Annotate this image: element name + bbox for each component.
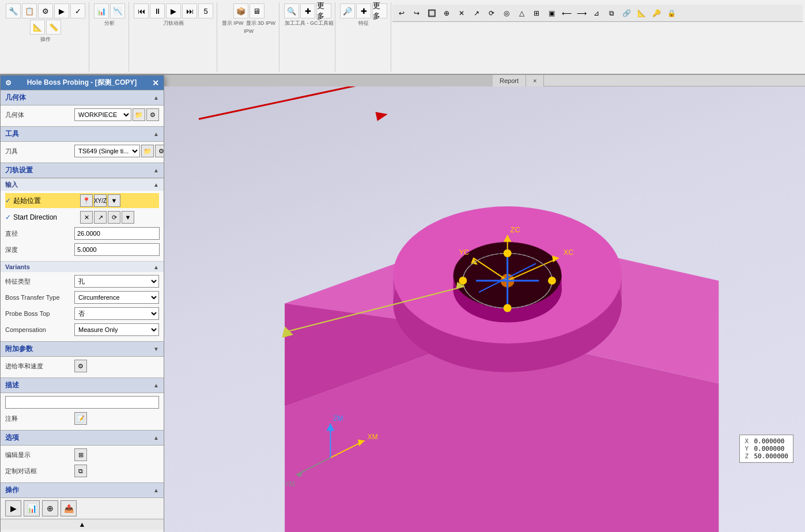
gc-icon-1[interactable]: 🔍 [284, 3, 299, 18]
start-dir-btn-4[interactable]: ▼ [122, 211, 134, 224]
edit-display-btn[interactable]: ⊞ [74, 448, 87, 461]
sec-icon-4[interactable]: ⊕ [440, 6, 453, 20]
toolbar-group-label-ops: 操作 [40, 36, 51, 43]
note-btn[interactable]: 📝 [74, 412, 87, 425]
top-toolbar: 🔧 📋 ⚙ ▶ ✓ 📐 📏 操作 📊 📉 分析 ⏮ ⏸ ▶ ⏭ 5 刀轨动画 [0, 0, 805, 75]
sec-icon-13[interactable]: ⟶ [575, 6, 588, 20]
toolbar-icon-5[interactable]: 📐 [30, 20, 45, 35]
sec-icon-18[interactable]: 🔑 [649, 6, 663, 20]
3d-viewport[interactable]: XC YC ZC [164, 86, 805, 532]
sec-icon-7[interactable]: ⟳ [485, 6, 498, 20]
sec-icon-12[interactable]: ⟵ [560, 6, 573, 20]
start-dir-btn-3[interactable]: ⟳ [108, 211, 120, 224]
boss-transfer-label: Boss Transfer Type [5, 294, 74, 301]
depth-input[interactable] [74, 243, 160, 256]
custom-dialog-btn[interactable]: ⧉ [74, 465, 87, 477]
subsection-input[interactable]: 输入 ▲ [1, 178, 164, 191]
feature-more[interactable]: 更多 [372, 3, 387, 18]
toolbar-icon-2[interactable]: 📋 [22, 3, 37, 18]
tool-btn-2[interactable]: ⚙ [155, 145, 164, 157]
tool-select[interactable]: TS649 (Single ti... [74, 145, 140, 157]
operations-btns: ▶ 📊 ⊕ 📤 [1, 498, 164, 519]
dialog-title-icon: ⚙ [5, 79, 12, 87]
sec-icon-19[interactable]: 🔒 [664, 6, 678, 20]
coords-x-value: 0.000000 [754, 437, 784, 445]
sec-icon-10[interactable]: ⊞ [530, 6, 543, 20]
sec-icon-14[interactable]: ⊿ [589, 6, 603, 20]
section-desc[interactable]: 描述 ▲ [1, 378, 164, 393]
anim-next[interactable]: ⏭ [182, 3, 197, 18]
sec-icon-11[interactable]: ▣ [545, 6, 558, 20]
variants-form: 特征类型 孔 Boss Transfer Type Circumference … [1, 272, 164, 341]
geometry-btn-2[interactable]: ⚙ [146, 108, 159, 121]
geometry-select[interactable]: WORKPIECE [74, 108, 131, 121]
desc-input[interactable] [5, 396, 159, 409]
coords-y-value: 0.000000 [754, 445, 784, 452]
tb-analysis-2[interactable]: 📉 [110, 3, 125, 18]
tb-analysis-1[interactable]: 📊 [94, 3, 109, 18]
sec-icon-5[interactable]: ✕ [455, 6, 468, 20]
section-extra[interactable]: 附加参数 ▼ [1, 341, 164, 357]
sec-icon-3[interactable]: 🔲 [425, 6, 439, 20]
start-pos-btn-3[interactable]: ▼ [108, 194, 120, 207]
anim-prev[interactable]: ⏮ [134, 3, 149, 18]
section-geometry[interactable]: 几何体 ▲ [1, 90, 164, 105]
sec-icon-9[interactable]: △ [515, 6, 528, 20]
coords-z-value: 50.000000 [754, 452, 788, 460]
start-dir-check: ✓ [5, 213, 11, 221]
start-dir-btn-x[interactable]: ✕ [80, 211, 93, 224]
sec-icon-2[interactable]: ↪ [410, 6, 424, 20]
start-pos-btn-1[interactable]: 📍 [80, 194, 93, 207]
section-operations[interactable]: 操作 ▲ [1, 482, 164, 498]
anim-speed[interactable]: 5 [198, 3, 213, 18]
compensation-select[interactable]: Measure Only [74, 323, 159, 336]
gc-icon-2[interactable]: ✚ [300, 3, 315, 18]
diameter-input[interactable] [74, 227, 160, 240]
sec-icon-17[interactable]: 📐 [634, 6, 648, 20]
probe-boss-select[interactable]: 否 [74, 307, 159, 320]
feature-type-select[interactable]: 孔 [74, 275, 159, 288]
scroll-up[interactable]: ▲ [1, 519, 164, 530]
toolbar-icon-6[interactable]: 📏 [46, 20, 61, 35]
sec-icon-1[interactable]: ↩ [395, 6, 409, 20]
section-desc-arrow: ▲ [153, 382, 159, 388]
sec-icon-16[interactable]: 🔗 [619, 6, 633, 20]
feature-add[interactable]: ✚ [356, 3, 371, 18]
section-options[interactable]: 选项 ▲ [1, 430, 164, 446]
extra-form: 进给率和速度 ⚙ [1, 357, 164, 378]
op-simulate-btn[interactable]: ⊕ [42, 500, 58, 516]
op-generate-btn[interactable]: ▶ [5, 500, 21, 516]
toolbar-icon-4[interactable]: ▶ [54, 3, 69, 18]
subsection-variants[interactable]: Variants ▲ [1, 261, 164, 272]
dialog-title-text: Hole Boss Probing - [探测_COPY] [27, 78, 137, 88]
toolbar-icon-3[interactable]: ⚙ [38, 3, 53, 18]
sec-icon-15[interactable]: ⧉ [604, 6, 618, 20]
ipw-3d[interactable]: 🖥 [250, 3, 264, 18]
anim-stop[interactable]: ⏸ [150, 3, 165, 18]
start-position-row: ✓ 起始位置 📍 XY/Z ▼ [5, 193, 159, 208]
anim-play[interactable]: ▶ [166, 3, 181, 18]
geometry-label: 几何体 [5, 111, 74, 119]
start-pos-btn-2[interactable]: XY/Z [94, 194, 107, 207]
dialog-close-btn[interactable]: ✕ [152, 78, 159, 88]
section-path[interactable]: 刀轨设置 ▲ [1, 163, 164, 178]
toolbar-icon-confirm[interactable]: ✓ [70, 3, 85, 18]
boss-transfer-select[interactable]: Circumference [74, 291, 159, 304]
op-verify-btn[interactable]: 📊 [24, 500, 40, 516]
op-post-btn[interactable]: 📤 [61, 500, 77, 516]
tool-btn-1[interactable]: 📁 [141, 145, 154, 157]
tab-report[interactable]: Report [493, 75, 526, 86]
sec-icon-8[interactable]: ◎ [500, 6, 513, 20]
feature-search[interactable]: 🔎 [340, 3, 355, 18]
ipw-show[interactable]: 📦 [233, 3, 248, 18]
feed-btn[interactable]: ⚙ [74, 360, 87, 372]
probe-bottom [504, 304, 512, 312]
section-tool[interactable]: 工具 ▲ [1, 126, 164, 142]
tab-close[interactable]: × [526, 75, 544, 86]
start-dir-btn-2[interactable]: ↗ [94, 211, 107, 224]
gc-more[interactable]: 更多 [316, 3, 331, 18]
dialog-title-bar[interactable]: ⚙ Hole Boss Probing - [探测_COPY] ✕ [1, 76, 164, 90]
sec-icon-6[interactable]: ↗ [470, 6, 483, 20]
geometry-btn-1[interactable]: 📁 [133, 108, 145, 121]
toolbar-icon-1[interactable]: 🔧 [6, 3, 21, 18]
